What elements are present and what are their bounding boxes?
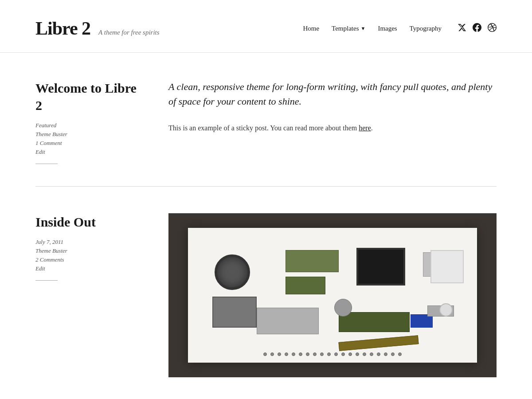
screw-17 — [377, 352, 380, 356]
screw-11 — [334, 352, 338, 356]
screws-row — [188, 352, 477, 356]
post-1-content: A clean, responsive theme for long-form … — [168, 79, 497, 164]
screw-16 — [370, 352, 373, 356]
screw-6 — [299, 352, 302, 356]
post-1-body: This is an example of a sticky post. You… — [168, 122, 497, 134]
camera-screen-part — [356, 248, 405, 286]
social-icons — [458, 23, 497, 34]
flex-cable — [339, 335, 419, 351]
camera-parts-image — [168, 213, 497, 377]
nav-typography[interactable]: Typography — [410, 25, 442, 32]
site-title[interactable]: Libre 2 — [35, 18, 90, 39]
nav-images[interactable]: Images — [378, 25, 397, 32]
screw-4 — [285, 352, 288, 356]
screw-2 — [270, 352, 274, 356]
metal-plate-2 — [257, 308, 319, 334]
screw-19 — [391, 352, 395, 356]
circuit-board-1 — [286, 250, 339, 272]
screw-9 — [320, 352, 324, 356]
screw-5 — [292, 352, 295, 356]
screw-1 — [263, 352, 267, 356]
screw-8 — [313, 352, 317, 356]
twitter-icon[interactable] — [458, 23, 466, 34]
post-2-meta: Inside Out July 7, 2011 Theme Buster 2 C… — [35, 213, 142, 377]
post-1-meta: Welcome to Libre 2 Featured Theme Buster… — [35, 79, 142, 164]
post-1-comments: 1 Comment — [35, 140, 142, 147]
post-1-body-link[interactable]: here — [359, 124, 371, 132]
post-2-content — [168, 213, 497, 377]
screw-13 — [348, 352, 352, 356]
post-2-separator — [35, 280, 58, 281]
post-1-pullquote: A clean, responsive theme for long-form … — [168, 79, 497, 109]
post-1: Welcome to Libre 2 Featured Theme Buster… — [35, 53, 497, 187]
main-content: Welcome to Libre 2 Featured Theme Buster… — [0, 53, 532, 399]
post-2-comments: 2 Comments — [35, 256, 142, 263]
screw-3 — [278, 352, 281, 356]
post-2-title[interactable]: Inside Out — [35, 213, 142, 231]
post-1-tag: Featured — [35, 122, 142, 129]
site-tagline: A theme for free spirits — [98, 29, 160, 36]
post-2: Inside Out July 7, 2011 Theme Buster 2 C… — [35, 187, 497, 399]
post-1-author: Theme Buster — [35, 131, 142, 138]
nav-templates[interactable]: Templates ▼ — [332, 25, 365, 32]
small-round-part — [439, 303, 453, 317]
screw-10 — [327, 352, 331, 356]
screw-12 — [341, 352, 345, 356]
chevron-down-icon: ▼ — [361, 26, 366, 31]
site-branding: Libre 2 A theme for free spirits — [35, 18, 160, 39]
post-2-edit[interactable]: Edit — [35, 265, 142, 272]
post-1-title[interactable]: Welcome to Libre 2 — [35, 79, 142, 114]
facebook-icon[interactable] — [473, 23, 481, 34]
screw-14 — [356, 352, 359, 356]
flat-lay-surface — [188, 228, 477, 362]
main-board — [339, 312, 410, 332]
screw-20 — [398, 352, 402, 356]
screw-15 — [363, 352, 366, 356]
nav-home[interactable]: Home — [303, 25, 319, 32]
post-1-edit[interactable]: Edit — [35, 149, 142, 156]
post-1-separator — [35, 164, 58, 164]
white-component — [430, 250, 464, 283]
post-2-author: Theme Buster — [35, 247, 142, 254]
post-2-image — [168, 213, 497, 377]
main-nav: Home Templates ▼ Images Typography — [303, 23, 497, 34]
camera-lens-part — [215, 254, 250, 290]
site-header: Libre 2 A theme for free spirits Home Te… — [0, 0, 532, 53]
dribbble-icon[interactable] — [488, 23, 497, 34]
screw-7 — [306, 352, 309, 356]
post-2-date: July 7, 2011 — [35, 239, 142, 246]
circuit-board-2 — [286, 277, 325, 294]
camera-body-part — [212, 297, 257, 328]
screw-18 — [384, 352, 387, 356]
